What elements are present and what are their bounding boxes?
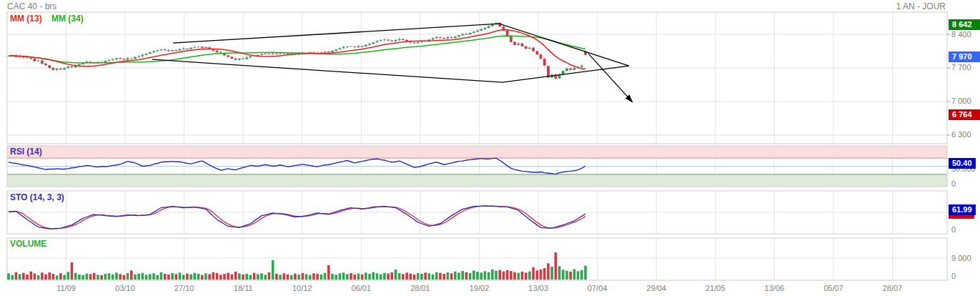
x-axis-date-label: 10/12 — [292, 284, 312, 292]
x-axis-date-label: 05/07 — [823, 284, 843, 292]
x-axis-date-label: 28/01 — [410, 284, 430, 292]
volume-scale-label: 9 000 — [951, 254, 971, 263]
x-axis-date-label: 19/02 — [470, 284, 490, 292]
x-axis-date-label: 13/06 — [765, 284, 785, 292]
x-axis-date-label: 11/09 — [56, 284, 76, 292]
price-badge-8642: 8 642 — [949, 19, 980, 30]
sto-panel-label: STO (14, 3, 3) — [10, 192, 64, 202]
chart-window: CAC 40 - brs 1 AN - JOUR MM (13) MM (34)… — [0, 0, 980, 296]
chart-canvas[interactable] — [0, 0, 980, 296]
volume-scale-label: 0 — [951, 272, 956, 281]
x-axis-date-label: 28/07 — [883, 284, 903, 292]
x-axis-date-label: 07/04 — [588, 284, 608, 292]
rsi-value-badge: 50.40 — [949, 158, 976, 169]
sto-value-badge: 61.99 — [949, 204, 976, 215]
price-scale-label: 6 300 — [951, 130, 971, 139]
x-axis-date-label: 03/10 — [115, 284, 135, 292]
x-axis-date-label: 18/11 — [234, 284, 253, 292]
sto-zero-label: 0 — [951, 225, 956, 235]
volume-panel-label: VOLUME — [10, 239, 46, 249]
legend-ma13: MM (13) — [10, 14, 42, 24]
x-axis-date-label: 13/03 — [528, 284, 548, 292]
x-axis-date-label: 21/05 — [706, 284, 726, 292]
legend-ma34: MM (34) — [51, 14, 84, 24]
price-scale-label: 7 000 — [951, 97, 971, 106]
x-axis-date-label: 27/10 — [174, 284, 194, 292]
price-badge-6764: 6 764 — [949, 109, 980, 120]
rsi-panel-label: RSI (14) — [10, 147, 42, 157]
price-scale-label: 7 700 — [951, 63, 971, 72]
price-scale-label: 8 400 — [951, 30, 971, 39]
price-badge-7970: 7 970 — [949, 51, 980, 62]
x-axis-date-label: 29/04 — [646, 284, 666, 292]
rsi-zero-label: 0 — [951, 179, 956, 189]
x-axis-date-label: 06/01 — [352, 284, 372, 292]
